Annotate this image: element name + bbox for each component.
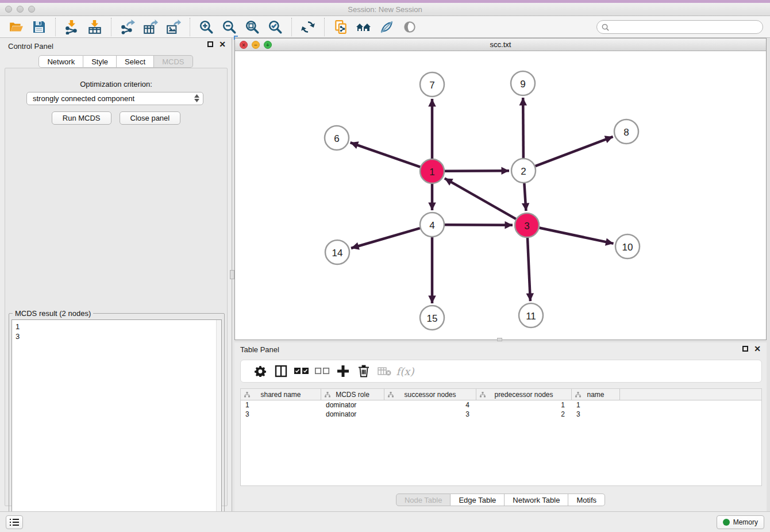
app-title: Session: New Session	[0, 5, 770, 14]
optimization-criterion-select[interactable]: strongly connected component	[26, 92, 203, 105]
import-network-icon[interactable]	[63, 18, 80, 36]
edge-2-8[interactable]	[536, 137, 613, 166]
node-label-7: 7	[429, 80, 434, 91]
table-panel-title: Table Panel	[240, 345, 279, 354]
tab-motifs[interactable]: Motifs	[568, 494, 605, 506]
import-table-icon[interactable]	[86, 18, 103, 36]
add-icon[interactable]	[333, 363, 353, 380]
zoom-selected-icon[interactable]	[267, 18, 284, 36]
tab-style[interactable]: Style	[83, 55, 117, 68]
column-header-name[interactable]: name	[572, 389, 620, 400]
node-label-14: 14	[332, 248, 343, 259]
node-label-15: 15	[427, 313, 438, 324]
node-label-10: 10	[622, 242, 633, 253]
toolbar-separator	[190, 18, 190, 36]
mcds-tab-content: Optimization criterion: strongly connect…	[5, 68, 228, 506]
float-panel-icon[interactable]	[207, 41, 213, 47]
column-header-shared-name[interactable]: shared name	[241, 389, 321, 400]
home-icon[interactable]	[355, 18, 372, 36]
splitter-grip[interactable]	[230, 270, 234, 279]
tab-network[interactable]: Network	[38, 55, 83, 68]
edge-1-6[interactable]	[351, 142, 421, 167]
toolbar-separator	[291, 18, 292, 36]
show-graphics-details-icon[interactable]	[401, 18, 418, 36]
tab-network-table[interactable]: Network Table	[505, 494, 568, 506]
network-window-titlebar[interactable]: × − + scc.txt	[235, 38, 766, 51]
edge-2-9[interactable]	[523, 98, 523, 158]
table-cell[interactable]: 1	[572, 401, 620, 409]
edge-3-1[interactable]	[445, 178, 516, 219]
export-network-icon[interactable]	[119, 18, 136, 36]
node-label-9: 9	[520, 79, 525, 90]
export-table-icon[interactable]	[142, 18, 159, 36]
column-edit-icon	[480, 392, 486, 398]
node-label-1: 1	[429, 167, 434, 178]
column-header-predecessor-nodes[interactable]: predecessor nodes	[476, 389, 572, 400]
close-panel-icon[interactable]: ✕	[219, 41, 226, 47]
zoom-out-icon[interactable]	[221, 18, 238, 36]
edge-4-3[interactable]	[445, 225, 513, 225]
tab-node-table[interactable]: Node Table	[396, 494, 451, 506]
status-bar: Memory	[0, 511, 770, 532]
show-columns-icon[interactable]	[271, 363, 291, 380]
network-canvas[interactable]: 7968124314101511	[236, 51, 765, 340]
optimization-criterion-value: strongly connected component	[33, 94, 134, 103]
result-scrollbar[interactable]	[216, 320, 221, 531]
table-cell[interactable]: 3	[572, 410, 620, 418]
control-panel: Control Panel ✕ NetworkStyleSelectMCDS O…	[0, 38, 232, 511]
table-row[interactable]: 3dominator323	[241, 410, 761, 419]
column-header-MCDS-role[interactable]: MCDS role	[321, 389, 384, 400]
deselect-all-icon[interactable]	[312, 363, 333, 380]
save-session-icon[interactable]	[30, 18, 48, 36]
table-cell[interactable]: 3	[241, 410, 321, 418]
table-cell[interactable]: dominator	[321, 410, 384, 418]
zoom-in-icon[interactable]	[198, 18, 215, 36]
edge-4-14[interactable]	[351, 228, 420, 248]
edge-3-10[interactable]	[540, 228, 614, 244]
select-all-icon[interactable]	[291, 363, 312, 380]
close-panel-button[interactable]: Close panel	[120, 111, 181, 125]
table-cell[interactable]: 1	[241, 401, 321, 409]
close-table-panel-icon[interactable]: ✕	[754, 346, 761, 352]
application-window: Session: New Session	[0, 0, 770, 532]
table-cell[interactable]: 3	[384, 410, 476, 418]
hide-graphics-details-icon[interactable]	[378, 18, 395, 36]
delete-table-icon[interactable]	[374, 363, 395, 380]
memory-status-icon	[723, 519, 730, 526]
window-resize-grip[interactable]	[497, 338, 502, 341]
app-titlebar: Session: New Session	[0, 3, 770, 16]
delete-icon[interactable]	[353, 363, 374, 380]
tab-edge-table[interactable]: Edge Table	[451, 494, 505, 506]
search-box[interactable]	[596, 20, 763, 34]
zoom-fit-icon[interactable]	[244, 18, 261, 36]
mcds-result-box[interactable]: 1 3	[11, 319, 222, 531]
table-tabs: Node TableEdge TableNetwork TableMotifs	[234, 494, 767, 506]
table-cell[interactable]: 4	[384, 401, 476, 409]
node-label-6: 6	[334, 133, 339, 144]
duplicate-network-icon[interactable]	[332, 18, 349, 36]
table-cell[interactable]: 2	[476, 410, 572, 418]
export-image-icon[interactable]	[165, 18, 182, 36]
column-edit-icon	[244, 392, 250, 398]
search-input[interactable]	[612, 23, 763, 31]
memory-button[interactable]: Memory	[717, 515, 764, 529]
table-cell[interactable]: dominator	[321, 401, 384, 409]
run-mcds-button[interactable]: Run MCDS	[52, 111, 111, 125]
tab-select[interactable]: Select	[117, 55, 154, 68]
table-cell[interactable]: 1	[476, 401, 572, 409]
float-table-panel-icon[interactable]	[742, 346, 748, 352]
network-window-title: scc.txt	[235, 40, 766, 49]
control-panel-title: Control Panel	[8, 42, 53, 51]
task-history-button[interactable]	[6, 515, 23, 529]
tab-mcds[interactable]: MCDS	[154, 55, 192, 68]
edge-2-3[interactable]	[524, 183, 526, 211]
table-settings-icon[interactable]	[250, 363, 271, 380]
toolbar-separator	[111, 18, 111, 36]
apply-layout-icon[interactable]	[299, 18, 317, 36]
table-panel: Table Panel ✕	[234, 342, 767, 511]
table-row[interactable]: 1dominator411	[241, 400, 761, 410]
column-header-successor-nodes[interactable]: successor nodes	[384, 389, 476, 400]
edge-1-2[interactable]	[445, 171, 509, 171]
edge-3-11[interactable]	[528, 238, 530, 301]
open-session-icon[interactable]	[7, 18, 25, 36]
